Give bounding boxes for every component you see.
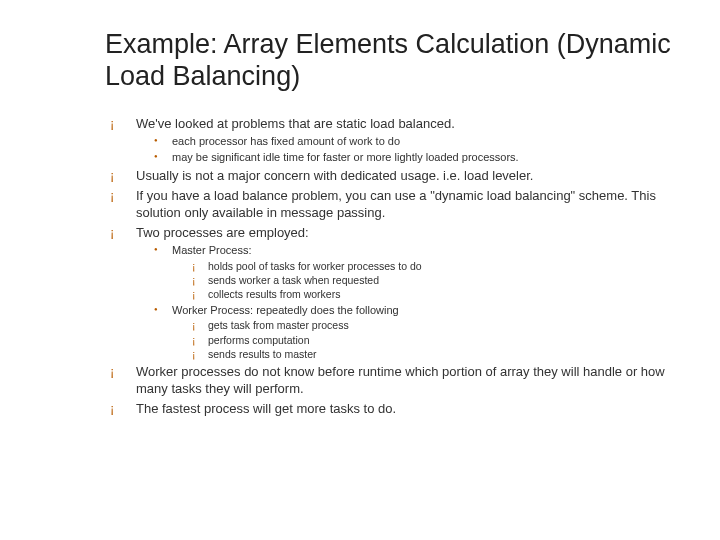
bullet-text: Two processes are employed: (136, 225, 309, 240)
list-item: Worker processes do not know before runt… (110, 363, 680, 398)
list-item: If you have a load balance problem, you … (110, 187, 680, 222)
list-item: performs computation (192, 333, 680, 347)
bullet-list: We've looked at problems that are static… (110, 115, 680, 418)
list-item: Usually is not a major concern with dedi… (110, 167, 680, 185)
list-item: may be significant idle time for faster … (154, 150, 680, 165)
list-item: Worker Process: repeatedly does the foll… (154, 303, 680, 361)
bullet-text: Worker Process: repeatedly does the foll… (172, 304, 399, 316)
list-item: gets task from master process (192, 318, 680, 332)
bullet-text: Master Process: (172, 244, 251, 256)
sub-list: Master Process: holds pool of tasks for … (136, 243, 680, 361)
list-item: Master Process: holds pool of tasks for … (154, 243, 680, 301)
list-item: The fastest process will get more tasks … (110, 400, 680, 418)
list-item: each processor has fixed amount of work … (154, 134, 680, 149)
list-item: sends worker a task when requested (192, 273, 680, 287)
bullet-text: We've looked at problems that are static… (136, 116, 455, 131)
sub-sub-list: holds pool of tasks for worker processes… (172, 259, 680, 302)
slide-title: Example: Array Elements Calculation (Dyn… (105, 28, 680, 93)
list-item: We've looked at problems that are static… (110, 115, 680, 165)
list-item: holds pool of tasks for worker processes… (192, 259, 680, 273)
list-item: sends results to master (192, 347, 680, 361)
sub-sub-list: gets task from master process performs c… (172, 318, 680, 361)
sub-list: each processor has fixed amount of work … (136, 134, 680, 165)
list-item: collects results from workers (192, 287, 680, 301)
list-item: Two processes are employed: Master Proce… (110, 224, 680, 361)
